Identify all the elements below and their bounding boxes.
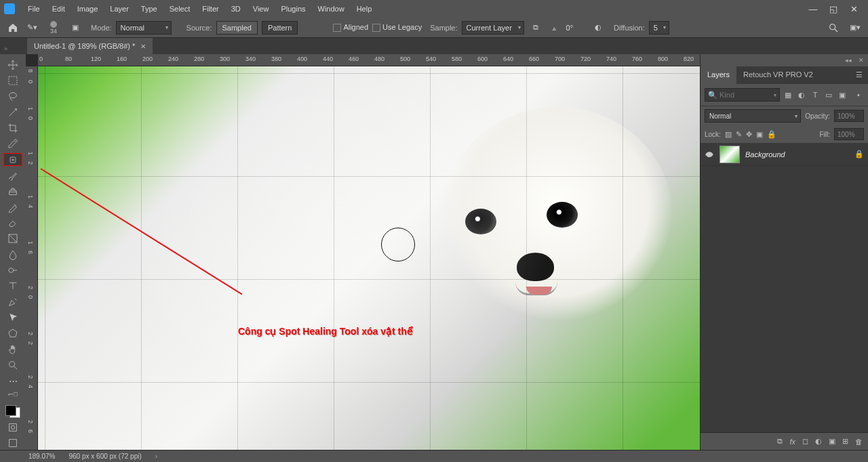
layer-lock-icon[interactable]: 🔒 bbox=[854, 150, 864, 159]
menu-image[interactable]: Image bbox=[71, 2, 104, 16]
filter-shape-icon[interactable]: ▭ bbox=[823, 89, 834, 100]
hand-tool[interactable] bbox=[3, 343, 22, 356]
sample-dropdown[interactable]: Current Layer bbox=[462, 21, 524, 35]
screen-mode-icon[interactable] bbox=[3, 437, 22, 450]
adjustment-layer-icon[interactable]: ◐ bbox=[815, 437, 822, 446]
layer-filter-input[interactable] bbox=[719, 91, 747, 99]
filter-smart-icon[interactable]: ▣ bbox=[837, 89, 848, 100]
layer-filter-kind[interactable]: 🔍 bbox=[705, 88, 780, 102]
tool-preset-icon[interactable]: ✎▾ bbox=[24, 20, 39, 35]
angle-value[interactable]: 0° bbox=[566, 24, 574, 32]
eyedropper-tool[interactable] bbox=[3, 138, 22, 150]
menu-edit[interactable]: Edit bbox=[46, 2, 71, 16]
window-minimize-icon[interactable]: — bbox=[803, 4, 823, 14]
history-brush-tool[interactable] bbox=[3, 201, 22, 213]
collapse-panels-icon[interactable]: » bbox=[4, 38, 7, 54]
zoom-tool[interactable] bbox=[3, 358, 22, 371]
mode-dropdown[interactable]: Normal bbox=[116, 21, 172, 35]
window-restore-icon[interactable]: ◱ bbox=[823, 4, 844, 14]
canvas[interactable]: Công cụ Spot Healing Tool xóa vật thể bbox=[38, 66, 700, 450]
lock-pixels-icon[interactable]: ✎ bbox=[736, 130, 742, 139]
menu-filter[interactable]: Filter bbox=[196, 2, 224, 16]
fill-field[interactable]: 100% bbox=[834, 128, 864, 140]
layer-mask-icon[interactable]: ◻ bbox=[802, 437, 808, 446]
lock-label: Lock: bbox=[705, 131, 721, 138]
layer-thumbnail[interactable] bbox=[719, 146, 740, 163]
ruler-horizontal[interactable]: 0801201602002402803003403804004404604805… bbox=[38, 54, 700, 66]
magic-wand-tool[interactable] bbox=[3, 106, 22, 119]
path-selection-tool[interactable] bbox=[3, 311, 22, 324]
menu-view[interactable]: View bbox=[247, 2, 275, 16]
dodge-tool[interactable] bbox=[3, 264, 22, 276]
link-layers-icon[interactable]: ⧉ bbox=[777, 437, 783, 446]
right-panel: ◂◂ ✕ Layers Retouch VR PRO V2 ☰ 🔍 ▦ ◐ T … bbox=[700, 54, 868, 450]
crop-tool[interactable] bbox=[3, 121, 22, 134]
menu-file[interactable]: File bbox=[22, 2, 46, 16]
opacity-field[interactable]: 100% bbox=[834, 110, 864, 122]
layer-visibility-icon[interactable] bbox=[705, 150, 714, 159]
blend-mode-dropdown[interactable]: Normal bbox=[705, 109, 801, 123]
quick-mask-icon[interactable] bbox=[3, 421, 22, 434]
menu-3d[interactable]: 3D bbox=[225, 2, 247, 16]
filter-pixel-icon[interactable]: ▦ bbox=[783, 89, 793, 100]
doc-dimensions[interactable]: 960 px x 600 px (72 ppi) bbox=[68, 453, 141, 460]
source-sampled-button[interactable]: Sampled bbox=[216, 21, 258, 35]
window-close-icon[interactable]: ✕ bbox=[844, 4, 864, 14]
filter-toggle-icon[interactable]: • bbox=[853, 89, 864, 100]
lock-position-icon[interactable]: ✥ bbox=[746, 130, 752, 139]
panel-close-icon[interactable]: ✕ bbox=[859, 57, 864, 64]
lock-transparent-icon[interactable]: ▨ bbox=[725, 130, 732, 139]
ruler-vertical[interactable]: 8 0 1 0 1 2 1 4 1 6 2 0 2 2 2 4 2 6 3 bbox=[26, 66, 38, 450]
use-legacy-checkbox[interactable]: Use Legacy bbox=[372, 23, 422, 32]
layer-row[interactable]: Background 🔒 bbox=[701, 143, 868, 166]
diffusion-dropdown[interactable]: 5 bbox=[649, 21, 669, 35]
swap-chips-icon[interactable]: ⤺□ bbox=[3, 390, 22, 398]
filter-adjust-icon[interactable]: ◐ bbox=[796, 89, 807, 100]
menu-layer[interactable]: Layer bbox=[104, 2, 135, 16]
gradient-tool[interactable] bbox=[3, 232, 22, 245]
type-tool[interactable] bbox=[3, 280, 22, 293]
panel-menu-icon[interactable]: ☰ bbox=[850, 66, 868, 84]
filter-type-icon[interactable]: T bbox=[810, 89, 821, 100]
search-icon[interactable] bbox=[826, 20, 841, 35]
move-tool[interactable] bbox=[3, 58, 22, 71]
menu-plugins[interactable]: Plugins bbox=[275, 2, 311, 16]
menu-help[interactable]: Help bbox=[351, 2, 378, 16]
shape-tool[interactable] bbox=[3, 327, 22, 340]
home-icon[interactable] bbox=[5, 20, 20, 35]
document-tab[interactable]: Untitled-1 @ 189% (RGB/8#) * ✕ bbox=[27, 38, 153, 54]
blur-tool[interactable] bbox=[3, 248, 22, 261]
layer-fx-icon[interactable]: fx bbox=[789, 438, 795, 446]
tab-retouch[interactable]: Retouch VR PRO V2 bbox=[736, 66, 820, 84]
menu-window[interactable]: Window bbox=[312, 2, 351, 16]
tab-layers[interactable]: Layers bbox=[701, 66, 736, 84]
lock-all-icon[interactable]: 🔒 bbox=[767, 130, 776, 139]
new-layer-icon[interactable]: ⊞ bbox=[842, 437, 848, 446]
clone-stamp-tool[interactable] bbox=[3, 185, 22, 198]
workspace-switcher-icon[interactable]: ▣▾ bbox=[848, 20, 863, 35]
delete-layer-icon[interactable]: 🗑 bbox=[855, 438, 863, 446]
edit-toolbar-icon[interactable]: ⋯ bbox=[3, 375, 22, 387]
layer-name[interactable]: Background bbox=[745, 150, 849, 159]
brush-settings-icon[interactable]: ▣ bbox=[68, 20, 83, 35]
brush-preview[interactable]: 34 bbox=[43, 21, 64, 35]
aligned-checkbox[interactable]: Aligned bbox=[333, 23, 368, 32]
marquee-tool[interactable] bbox=[3, 74, 22, 87]
source-pattern-button[interactable]: Pattern bbox=[262, 21, 298, 35]
lock-artboard-icon[interactable]: ▣ bbox=[756, 130, 763, 139]
group-icon[interactable]: ▣ bbox=[829, 437, 835, 446]
pressure-icon[interactable]: ◐ bbox=[591, 20, 606, 35]
color-swatch[interactable] bbox=[5, 405, 20, 418]
ignore-adjustments-icon[interactable]: ⧉ bbox=[528, 20, 543, 35]
lasso-tool[interactable] bbox=[3, 90, 22, 103]
brush-tool[interactable] bbox=[3, 169, 22, 182]
healing-brush-tool[interactable] bbox=[3, 153, 22, 167]
panel-collapse-icon[interactable]: ◂◂ bbox=[845, 57, 852, 64]
menu-select[interactable]: Select bbox=[163, 2, 197, 16]
status-chevron-icon[interactable]: › bbox=[155, 453, 157, 460]
menu-type[interactable]: Type bbox=[135, 2, 163, 16]
eraser-tool[interactable] bbox=[3, 216, 22, 229]
close-icon[interactable]: ✕ bbox=[140, 43, 146, 50]
pen-tool[interactable] bbox=[3, 295, 22, 308]
zoom-value[interactable]: 189.07% bbox=[28, 453, 55, 460]
